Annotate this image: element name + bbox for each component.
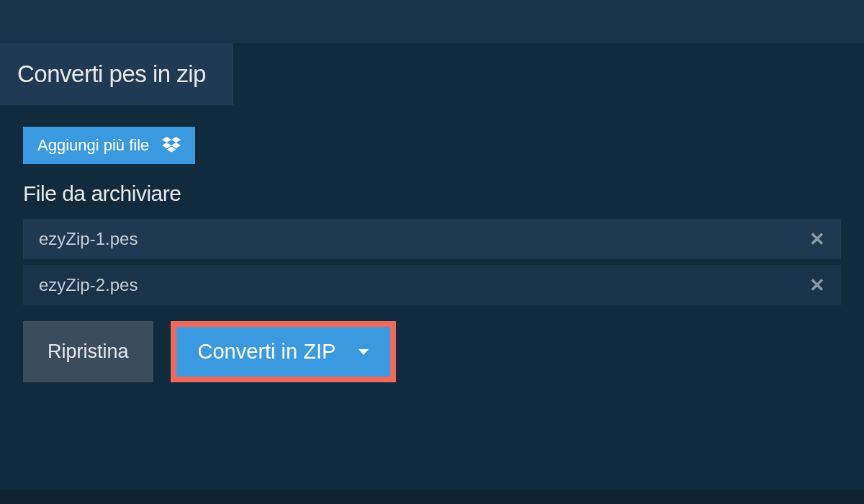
- tab-title: Converti pes in zip: [17, 60, 206, 87]
- file-name: ezyZip-1.pes: [39, 229, 138, 249]
- files-heading: File da archiviare: [23, 181, 841, 206]
- tab-convert[interactable]: Converti pes in zip: [0, 43, 233, 105]
- file-row: ezyZip-1.pes ✕: [23, 219, 841, 259]
- file-list: ezyZip-1.pes ✕ ezyZip-2.pes ✕: [23, 219, 841, 305]
- close-icon[interactable]: ✕: [809, 230, 825, 248]
- convert-highlight-wrapper: Converti in ZIP: [171, 321, 397, 382]
- top-bar: [0, 0, 864, 43]
- close-icon[interactable]: ✕: [809, 276, 825, 294]
- reset-button[interactable]: Ripristina: [23, 321, 153, 382]
- add-files-button[interactable]: Aggiungi più file: [23, 127, 195, 164]
- tab-container: Converti pes in zip: [0, 43, 864, 105]
- bottom-bar: [0, 490, 864, 504]
- file-name: ezyZip-2.pes: [39, 275, 138, 295]
- main-content: Aggiungi più file File da archiviare ezy…: [0, 105, 864, 404]
- add-files-label: Aggiungi più file: [37, 136, 149, 155]
- dropbox-icon: [162, 137, 181, 154]
- convert-button[interactable]: Converti in ZIP: [176, 327, 391, 377]
- action-row: Ripristina Converti in ZIP: [23, 321, 841, 382]
- chevron-down-icon: [359, 349, 369, 355]
- convert-label: Converti in ZIP: [198, 340, 336, 364]
- reset-label: Ripristina: [48, 341, 129, 362]
- file-row: ezyZip-2.pes ✕: [23, 265, 841, 305]
